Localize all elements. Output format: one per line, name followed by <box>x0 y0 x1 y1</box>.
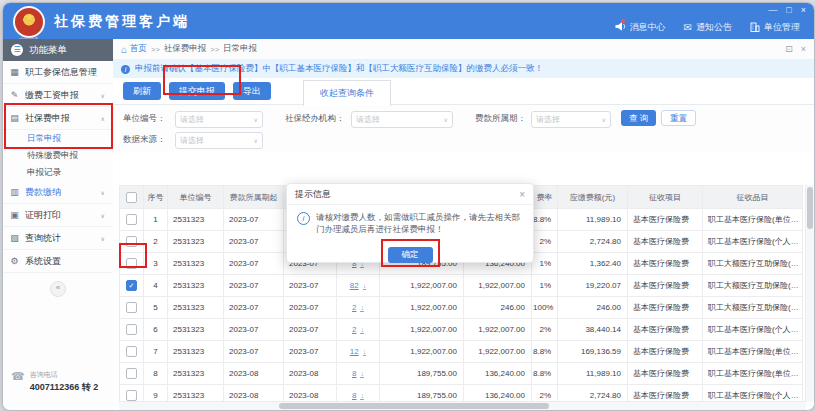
sidebar-item-salary-declare[interactable]: ✎缴费工资申报∨ <box>3 84 113 107</box>
sidebar-item-social-declare[interactable]: ▤社保费申报∧ <box>3 107 113 130</box>
minimize-button[interactable]: — <box>768 5 777 15</box>
people-count-link[interactable]: 82 <box>350 281 359 290</box>
breadcrumb-home[interactable]: 首页 <box>130 43 147 55</box>
close-button[interactable]: × <box>801 5 806 15</box>
people-count-link[interactable]: 8 <box>352 391 356 400</box>
cell-levy-category: 职工基本医疗保险(个人缴纳) <box>703 231 803 253</box>
notice-bulletin-button[interactable]: ✉ 通知公告 <box>684 21 732 34</box>
cell-seq: 6 <box>144 319 168 341</box>
chart-icon: ▧ <box>9 233 20 243</box>
cell-levy-category: 职工基本医疗保险(个人缴纳) <box>703 319 803 341</box>
row-checkbox[interactable] <box>126 368 137 379</box>
vertical-scrollbar[interactable] <box>805 185 814 402</box>
people-count-link[interactable]: 2 <box>352 303 356 312</box>
unit-no-select[interactable]: 请选择∨ <box>175 111 263 128</box>
envelope-icon: ✉ <box>684 23 692 33</box>
sidebar-item-employee-info[interactable]: ▦职工参保信息管理 <box>3 61 113 84</box>
people-count-link[interactable]: 12 <box>350 347 359 356</box>
row-checkbox[interactable] <box>126 346 137 357</box>
phone-icon: ☎ <box>11 370 25 382</box>
titlebar-menu: 消息中心 ✉ 通知公告 单位管理 <box>615 21 800 34</box>
cell-levy-category: 职工大额医疗互助保险(单位缴纳) <box>703 253 803 275</box>
row-checkbox[interactable] <box>126 390 137 401</box>
chevron-down-icon: ∨ <box>101 235 107 242</box>
row-checkbox[interactable] <box>126 324 137 335</box>
breadcrumb-item[interactable]: 社保费申报 <box>164 43 207 55</box>
people-count-link[interactable]: 8 <box>352 369 356 378</box>
sidebar-subitem-special-declare[interactable]: 特殊缴费申报 <box>3 147 113 164</box>
panel-pin-icon[interactable]: ⊡ <box>785 44 793 54</box>
cell-seq: 3 <box>144 253 168 275</box>
cell-base: 136,240.00 <box>464 363 532 385</box>
cell-base: 1,922,007.00 <box>464 341 532 363</box>
sidebar-item-certificate-print[interactable]: ▣证明打印∨ <box>3 204 113 227</box>
vertical-scroll-thumb[interactable] <box>807 187 813 229</box>
phone-label: 咨询电话 <box>30 370 99 380</box>
row-checkbox[interactable] <box>126 236 137 247</box>
agency-label: 社保经办机构： <box>285 113 345 125</box>
dialog-header: 提示信息 × <box>287 184 533 205</box>
sidebar-item-query-statistics[interactable]: ▧查询统计∨ <box>3 227 113 250</box>
cell-period-start: 2023-07 <box>224 253 284 275</box>
print-icon: ▣ <box>9 210 20 220</box>
query-filters: 单位编号： 请选择∨ 社保经办机构： 请选择∨ 费款所属期： 请选择∨ 查 询 … <box>113 104 814 151</box>
cell-levy-category: 职工大额医疗互助保险(单位缴纳) <box>703 275 803 297</box>
cell-people: 82↓ <box>337 275 380 297</box>
collapse-query-tab[interactable]: 收起查询条件 <box>303 80 391 106</box>
cell-period-start: 2023-07 <box>224 341 284 363</box>
select-all-checkbox[interactable] <box>126 192 137 203</box>
download-icon[interactable]: ↓ <box>360 370 364 378</box>
panel-close-icon[interactable]: × <box>801 44 806 54</box>
cell-amount: 11,989.10 <box>558 209 628 231</box>
sidebar-subitem-daily-declare[interactable]: 日常申报 <box>3 130 113 147</box>
gear-icon: ⚙ <box>9 256 20 266</box>
period-select[interactable]: 请选择∨ <box>531 111 611 128</box>
cell-salary-total: 1,922,007.00 <box>380 319 464 341</box>
refresh-button[interactable]: 刷新 <box>123 82 161 100</box>
horizontal-scrollbar[interactable] <box>119 401 806 410</box>
maximize-button[interactable]: □ <box>786 5 791 15</box>
cell-amount: 2,724.80 <box>558 231 628 253</box>
download-icon[interactable]: ↓ <box>360 304 364 312</box>
dialog-body: i 请核对缴费人数，如需做职工减员操作，请先去相关部门办理减员后再进行社保费申报… <box>287 205 533 236</box>
breadcrumb: ⌂ 首页 >> 社保费申报 >> 日常申报 ⊡ × <box>113 39 814 60</box>
cell-unit-no: 2531323 <box>168 363 224 385</box>
search-button[interactable]: 查 询 <box>621 110 656 126</box>
sidebar-item-system-settings[interactable]: ⚙系统设置 <box>3 250 113 273</box>
reset-button[interactable]: 重置 <box>661 110 696 126</box>
dialog-close-icon[interactable]: × <box>519 189 525 200</box>
agency-select[interactable]: 请选择∨ <box>351 111 453 128</box>
titlebar: —□× ★ 中国税务 社保费管理客户端 消息中心 ✉ 通知公告 <box>3 3 814 39</box>
cell-unit-no: 2531323 <box>168 297 224 319</box>
row-checkbox[interactable] <box>126 258 137 269</box>
support-phone: ☎ 咨询电话 4007112366 转 2 <box>11 370 98 394</box>
message-center-button[interactable]: 消息中心 <box>615 21 666 34</box>
cell-levy-item: 基本医疗保险费 <box>628 231 703 253</box>
row-checkbox[interactable] <box>126 214 137 225</box>
sidebar-item-fee-payment[interactable]: ▥费款缴纳∨ <box>3 181 113 204</box>
cell-rate: 1% <box>532 275 558 297</box>
source-select[interactable]: 请选择∨ <box>175 132 263 149</box>
notice-bar: i 申报前请确认【基本医疗保险费】中【职工基本医疗保险】和【职工大额医疗互助保险… <box>113 60 814 78</box>
row-checkbox[interactable]: ✓ <box>126 280 137 291</box>
export-button[interactable]: 导出 <box>233 82 271 100</box>
people-count-link[interactable]: 2 <box>352 325 356 334</box>
table-row: 625313232023-072023-072↓1,922,007.001,92… <box>120 319 803 341</box>
download-icon[interactable]: ↓ <box>363 282 367 290</box>
cell-levy-category: 职工大额医疗互助保险(个人缴纳) <box>703 297 803 319</box>
grid-icon: ▦ <box>9 67 20 77</box>
download-icon[interactable]: ↓ <box>360 326 364 334</box>
alert-dialog: 提示信息 × i 请核对缴费人数，如需做职工减员操作，请先去相关部门办理减员后再… <box>286 183 534 263</box>
horizontal-scroll-thumb[interactable] <box>279 403 549 409</box>
sidebar-collapse-button[interactable]: « <box>50 281 66 297</box>
download-icon[interactable]: ↓ <box>363 348 367 356</box>
info-circle-icon: i <box>297 212 310 225</box>
unit-management-button[interactable]: 单位管理 <box>750 21 800 34</box>
submit-declaration-button[interactable]: 提交申报 <box>169 82 225 100</box>
row-checkbox[interactable] <box>126 302 137 313</box>
sidebar-subitem-declare-records[interactable]: 申报记录 <box>3 164 113 181</box>
app-window: —□× ★ 中国税务 社保费管理客户端 消息中心 ✉ 通知公告 <box>2 2 815 411</box>
download-icon[interactable]: ↓ <box>360 392 364 400</box>
confirm-button[interactable]: 确定 <box>388 247 433 263</box>
cell-period-start: 2023-07 <box>224 231 284 253</box>
